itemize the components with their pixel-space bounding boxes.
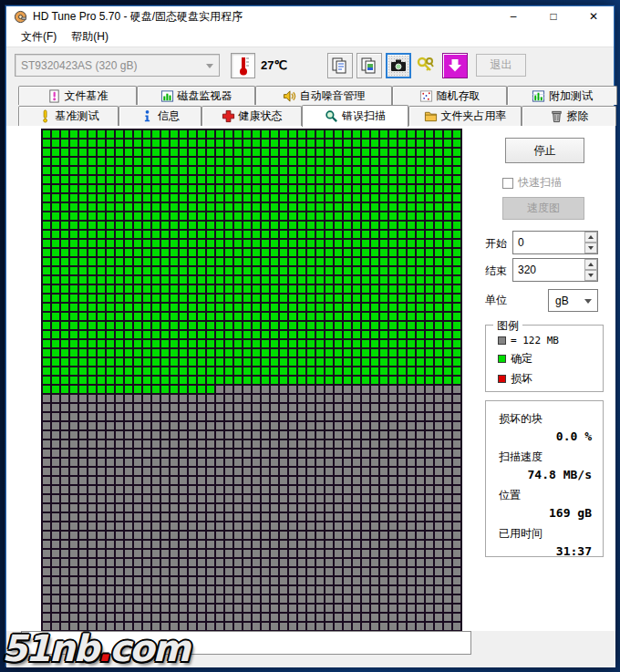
scan-cell xyxy=(389,459,397,466)
start-input[interactable] xyxy=(513,232,584,253)
scan-cell xyxy=(307,522,315,530)
quick-scan-checkbox[interactable] xyxy=(502,178,513,189)
tab-error-scan[interactable]: 错误扫描 xyxy=(302,105,408,127)
scan-cell xyxy=(307,185,315,192)
scan-cell xyxy=(335,513,342,521)
scan-cell xyxy=(417,513,424,521)
scan-cell xyxy=(253,605,260,612)
scan-cell xyxy=(61,532,68,539)
scan-cell xyxy=(280,522,287,530)
scan-cell xyxy=(170,477,178,484)
copy-text-button[interactable] xyxy=(327,53,353,78)
scan-cell xyxy=(408,377,415,384)
scan-cell xyxy=(225,532,232,539)
end-spinbox[interactable] xyxy=(512,258,598,282)
unit-dropdown[interactable]: gB xyxy=(548,289,598,312)
start-spin-down[interactable] xyxy=(584,243,597,253)
scan-cell xyxy=(280,331,287,338)
copy-image-button[interactable] xyxy=(356,53,382,78)
scan-cell xyxy=(88,203,96,211)
tab-erase[interactable]: 擦除 xyxy=(522,106,616,126)
elapsed-time-value: 31:37 xyxy=(499,544,592,558)
scan-cell xyxy=(161,340,169,347)
end-spin-up[interactable] xyxy=(584,259,597,270)
start-spin-up[interactable] xyxy=(584,232,597,243)
end-spin-down[interactable] xyxy=(584,270,597,281)
scan-cell xyxy=(225,422,232,429)
scan-cell xyxy=(398,459,406,466)
scan-cell xyxy=(143,358,150,366)
scan-cell xyxy=(189,258,196,265)
scan-cell xyxy=(134,568,141,575)
tab-health[interactable]: 健康状态 xyxy=(202,106,302,126)
drive-select[interactable]: ST9320423AS (320 gB) xyxy=(15,54,220,77)
scan-cell xyxy=(189,595,196,603)
scan-cell xyxy=(79,276,87,284)
tab-file-benchmark[interactable]: 文件基准 xyxy=(18,86,137,105)
scan-cell xyxy=(353,413,360,420)
scan-cell xyxy=(107,495,114,502)
screenshot-button[interactable] xyxy=(386,53,411,78)
scan-cell xyxy=(408,623,415,630)
scan-cell xyxy=(243,322,251,329)
keys-button[interactable] xyxy=(413,53,439,78)
speed-map-button[interactable]: 速度图 xyxy=(502,197,584,220)
scan-cell xyxy=(380,276,388,284)
tab-info[interactable]: 信息 xyxy=(119,106,202,126)
scan-cell xyxy=(170,304,178,311)
close-button[interactable]: ✕ xyxy=(574,6,614,26)
scan-cell xyxy=(362,158,369,165)
scan-cell xyxy=(362,559,369,566)
scan-cell xyxy=(189,532,196,539)
scan-cell xyxy=(289,158,296,165)
scan-cell xyxy=(161,504,169,512)
scan-cell xyxy=(170,495,178,502)
start-spinbox[interactable] xyxy=(512,231,598,254)
scan-cell xyxy=(271,586,278,594)
tab-random-access[interactable]: 随机存取 xyxy=(392,86,507,105)
scan-cell xyxy=(353,194,360,202)
scan-cell xyxy=(88,486,96,493)
scan-cell xyxy=(52,367,59,375)
scan-cell xyxy=(453,249,460,256)
scan-cell xyxy=(362,623,369,630)
scan-cell xyxy=(298,568,305,575)
scan-cell xyxy=(262,167,269,174)
scan-cell xyxy=(216,541,223,548)
scan-cell xyxy=(70,285,78,293)
scan-cell xyxy=(98,295,105,302)
scan-cell xyxy=(353,185,360,192)
scan-cell xyxy=(335,532,342,539)
scan-cell xyxy=(116,532,123,539)
scan-cell xyxy=(70,140,78,147)
menu-file[interactable]: 文件(F) xyxy=(14,26,64,47)
menu-help[interactable]: 帮助(H) xyxy=(64,26,116,47)
tab-noise-management[interactable]: 自动噪音管理 xyxy=(255,86,392,105)
tab-disk-monitor[interactable]: 磁盘监视器 xyxy=(137,86,255,105)
scan-cell xyxy=(198,167,205,174)
exit-button[interactable]: 退出 xyxy=(476,54,526,77)
scan-cell xyxy=(189,495,196,502)
tab-folder-usage[interactable]: 文件夹占用率 xyxy=(408,106,522,126)
scan-cell xyxy=(134,331,141,338)
minimize-button[interactable]: – xyxy=(493,6,533,26)
scan-cell xyxy=(161,477,169,484)
scan-cell xyxy=(198,377,205,384)
scan-cell xyxy=(353,222,360,229)
scan-cell xyxy=(161,404,169,411)
scan-cell xyxy=(134,267,141,274)
quick-scan-option[interactable]: 快速扫描 xyxy=(502,175,562,191)
stop-button[interactable]: 停止 xyxy=(505,138,584,163)
tab-benchmark[interactable]: 基准测试 xyxy=(18,106,119,126)
scan-cell xyxy=(88,395,96,402)
scan-cell xyxy=(453,331,460,338)
scan-cell xyxy=(253,258,260,265)
scan-cell xyxy=(98,522,105,530)
save-results-button[interactable] xyxy=(442,53,468,78)
tab-extra-tests[interactable]: 附加测试 xyxy=(507,86,617,105)
end-input[interactable] xyxy=(513,259,584,281)
scan-cell xyxy=(335,413,342,420)
scan-cell xyxy=(243,450,251,457)
app-disk-icon xyxy=(14,10,27,24)
maximize-button[interactable]: □ xyxy=(533,6,574,26)
